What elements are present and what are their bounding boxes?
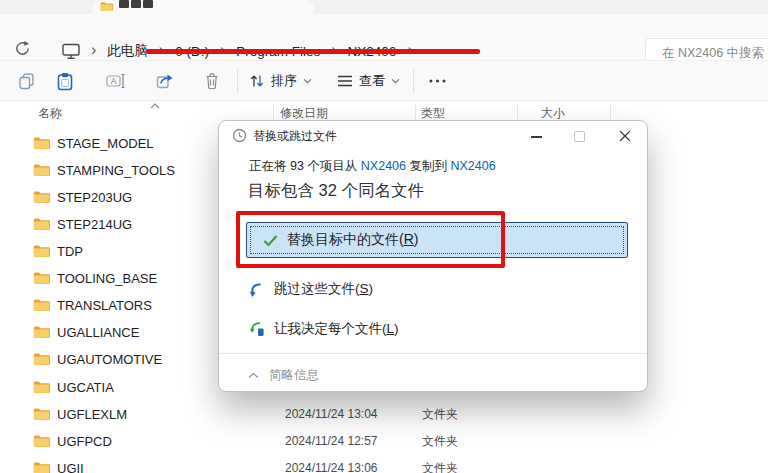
- tab-strip: [0, 0, 768, 14]
- chevron-right-icon[interactable]: ›: [407, 42, 412, 60]
- folder-icon: [33, 163, 50, 177]
- breadcrumb-drive-d[interactable]: 0 (D:): [175, 44, 209, 59]
- paste-icon: [56, 72, 74, 91]
- minimize-button[interactable]: [531, 136, 542, 138]
- folder-icon: [33, 271, 50, 285]
- fewer-details-label: 简略信息: [269, 367, 319, 384]
- file-name: TRANSLATORS: [57, 292, 152, 319]
- share-button[interactable]: [156, 61, 174, 101]
- folder-icon: [33, 136, 50, 150]
- file-name: UGALLIANCE: [57, 319, 139, 346]
- file-name: UGFLEXLM: [57, 401, 127, 428]
- sort-icon: [249, 73, 265, 89]
- folder-icon: [100, 1, 113, 12]
- skip-arrow-icon: [249, 281, 265, 298]
- more-button[interactable]: [428, 61, 447, 101]
- file-name: UGFPCD: [57, 428, 112, 455]
- chevron-up-icon: [248, 372, 259, 379]
- toolbar-separator: [413, 69, 414, 94]
- folder-icon: [33, 325, 50, 339]
- file-date: 2024/11/24 13:06: [285, 455, 378, 473]
- fewer-details-toggle[interactable]: 简略信息: [248, 361, 319, 389]
- file-type: 文件夹: [422, 401, 458, 428]
- file-explorer-window: › 此电脑 › 0 (D:) › Program Files › NX2406 …: [0, 0, 768, 473]
- tab-title-clipped: [119, 0, 129, 8]
- chevron-down-icon: [391, 78, 400, 84]
- file-date: 2024/11/24 12:57: [285, 428, 378, 455]
- folder-icon: [33, 380, 50, 394]
- breadcrumb-program-files[interactable]: Program Files: [236, 44, 320, 59]
- file-name: UGCATIA: [57, 374, 114, 401]
- maximize-button[interactable]: [574, 131, 585, 142]
- replace-files-label: 替换目标中的文件(R): [287, 231, 418, 249]
- toolbar-separator: [237, 69, 238, 94]
- paste-button[interactable]: [56, 61, 74, 101]
- close-icon[interactable]: [619, 130, 631, 142]
- copy-button[interactable]: [18, 61, 35, 101]
- folder-icon: [33, 244, 50, 258]
- breadcrumb-this-pc[interactable]: 此电脑: [107, 42, 148, 60]
- source-folder-link[interactable]: NX2406: [361, 159, 406, 173]
- folder-icon: [33, 407, 50, 421]
- check-icon: [263, 234, 278, 247]
- delete-button[interactable]: [204, 61, 220, 101]
- tab-title-clipped: [131, 0, 141, 8]
- file-name: UGAUTOMOTIVE: [57, 346, 162, 373]
- refresh-icon[interactable]: [14, 40, 31, 57]
- breadcrumb-nx2406[interactable]: NX2406: [348, 44, 397, 59]
- view-button[interactable]: 查看: [337, 61, 400, 101]
- chevron-right-icon[interactable]: ›: [331, 42, 336, 60]
- file-type: 文件夹: [422, 455, 458, 473]
- table-row[interactable]: UGFLEXLM 2024/11/24 13:04 文件夹: [0, 401, 768, 428]
- destination-folder-link[interactable]: NX2406: [450, 159, 495, 173]
- sort-ascending-icon: [150, 103, 160, 109]
- copy-icon: [18, 73, 35, 90]
- column-header-name[interactable]: 名称: [38, 101, 62, 125]
- file-name: STAGE_MODEL: [57, 130, 154, 157]
- chevron-right-icon: ›: [91, 42, 96, 60]
- rename-icon: A: [106, 73, 125, 89]
- file-name: TOOLING_BASE: [57, 265, 157, 292]
- copy-status-text: 正在将 93 个项目从 NX2406 复制到 NX2406: [249, 158, 496, 175]
- folder-icon: [33, 298, 50, 312]
- chevron-right-icon[interactable]: ›: [220, 42, 225, 60]
- file-date: 2024/11/24 13:04: [285, 401, 378, 428]
- file-name: STEP203UG: [57, 184, 132, 211]
- decide-each-file-button[interactable]: 让我决定每个文件(L): [249, 316, 399, 342]
- conflict-count-text: 目标包含 32 个同名文件: [248, 180, 424, 202]
- svg-text:A: A: [111, 76, 117, 86]
- sort-button[interactable]: 排序: [249, 61, 312, 101]
- share-icon: [156, 73, 174, 89]
- dialog-title: 替换或跳过文件: [253, 121, 337, 151]
- chevron-right-icon[interactable]: ›: [159, 42, 164, 60]
- decide-each-file-label: 让我决定每个文件(L): [274, 320, 399, 338]
- table-row[interactable]: UGFPCD 2024/11/24 12:57 文件夹: [0, 428, 768, 455]
- file-name: STEP214UG: [57, 211, 132, 238]
- folder-icon: [33, 190, 50, 204]
- folder-icon: [33, 461, 50, 473]
- file-type: 文件夹: [422, 428, 458, 455]
- tab-title-clipped: [143, 0, 153, 8]
- file-operation-icon: [232, 128, 247, 143]
- this-pc-icon[interactable]: [62, 43, 80, 60]
- more-icon: [428, 78, 447, 84]
- compare-files-icon: [249, 321, 265, 337]
- file-name: TDP: [57, 238, 83, 265]
- dialog-titlebar[interactable]: 替换或跳过文件: [219, 121, 647, 151]
- dialog-divider: [219, 353, 647, 354]
- view-label: 查看: [359, 72, 385, 90]
- skip-files-button[interactable]: 跳过这些文件(S): [249, 276, 373, 302]
- file-name: UGII: [57, 455, 84, 473]
- delete-icon: [204, 72, 220, 90]
- replace-files-button[interactable]: 替换目标中的文件(R): [246, 222, 628, 258]
- sort-label: 排序: [271, 72, 297, 90]
- folder-icon: [33, 217, 50, 231]
- replace-skip-dialog: 替换或跳过文件 正在将 93 个项目从 NX2406 复制到 NX2406 目标…: [218, 120, 648, 392]
- rename-button[interactable]: A: [106, 61, 125, 101]
- file-name: STAMPING_TOOLS: [57, 157, 175, 184]
- folder-icon: [33, 434, 50, 448]
- skip-files-label: 跳过这些文件(S): [274, 280, 373, 298]
- address-bar: › 此电脑 › 0 (D:) › Program Files › NX2406 …: [0, 14, 768, 60]
- folder-icon: [33, 352, 50, 366]
- table-row[interactable]: UGII 2024/11/24 13:06 文件夹: [0, 455, 768, 473]
